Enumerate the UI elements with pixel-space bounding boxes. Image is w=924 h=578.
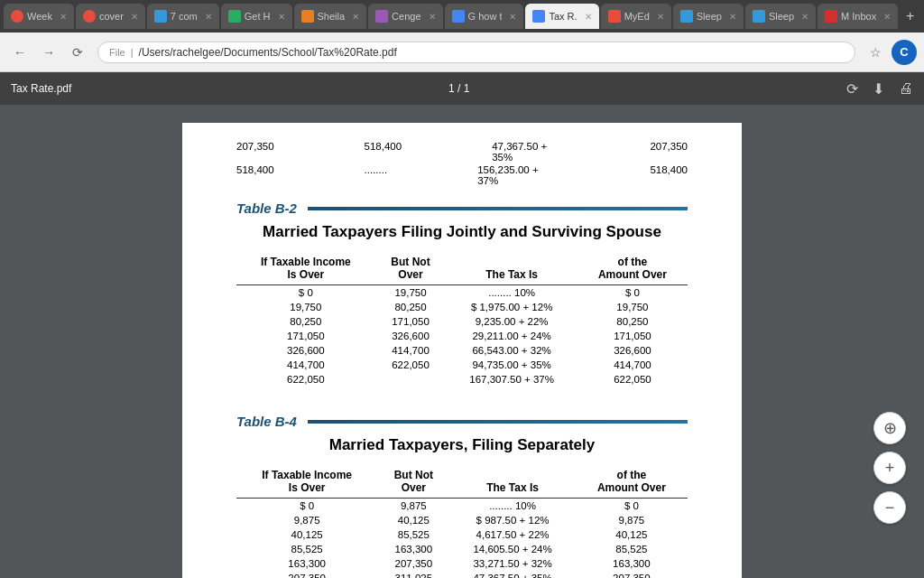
b4-amount-1: 9,875 [576, 513, 688, 527]
b2-butnot-4: 414,700 [375, 343, 447, 358]
tab-label-cover: cover [99, 11, 124, 22]
top-r2-c2: ........ [365, 164, 388, 186]
tab-favicon-howto [452, 10, 465, 23]
b2-butnot-2: 171,050 [375, 314, 447, 329]
table-row: 85,525 163,300 14,605.50 + 24% 85,525 [236, 542, 688, 556]
tab-favicon-sleep2 [753, 10, 765, 23]
table-b2-divider [308, 207, 688, 210]
tab-label-sleep1: Sleep [697, 11, 722, 22]
table-b2-header-income: If Taxable Income Is Over [236, 252, 375, 285]
table-b2-section: Table B-2 Married Taxpayers Filing Joint… [236, 200, 688, 387]
b4-income-0: $ 0 [236, 499, 377, 514]
tab-label-cenge: Cenge [392, 11, 420, 22]
url-bar[interactable]: File | /Users/rachelgee/Documents/School… [97, 42, 855, 63]
b2-amount-3: 171,050 [578, 329, 688, 343]
top-row-1: 207,350 518,400 47,367.50 + 35% 207,350 [236, 141, 688, 163]
tab-close-myed[interactable]: ✕ [657, 12, 664, 22]
tab-taxrate[interactable]: Tax R. ✕ [525, 4, 598, 29]
b4-butnot-5: 311,025 [377, 571, 449, 578]
browser-actions: ☆ C [863, 40, 917, 65]
b2-tax-1: $ 1,975.00 + 12% [446, 300, 578, 314]
b4-tax-1: $ 987.50 + 12% [449, 513, 575, 527]
b2-butnot-1: 80,250 [375, 300, 447, 314]
tab-close-geth[interactable]: ✕ [278, 12, 285, 22]
tab-bar: Week ✕ cover ✕ 7 com ✕ Get H ✕ Sheila ✕ … [0, 0, 924, 33]
b2-amount-5: 414,700 [578, 358, 688, 372]
b4-tax-4: 33,271.50 + 32% [449, 556, 575, 571]
table-row: 326,600 414,700 66,543.00 + 32% 326,600 [236, 343, 688, 358]
tab-close-inbox[interactable]: ✕ [883, 12, 891, 22]
table-row: 19,750 80,250 $ 1,975.00 + 12% 19,750 [236, 300, 688, 314]
tab-close-sheila[interactable]: ✕ [352, 12, 359, 22]
tab-inbox[interactable]: M Inbox ✕ [818, 4, 898, 29]
back-button[interactable]: ← [7, 40, 32, 65]
table-b2-header-amount: of the Amount Over [578, 252, 688, 285]
tab-close-sleep1[interactable]: ✕ [729, 12, 736, 22]
tab-favicon-inbox [825, 10, 837, 23]
tab-sleep1[interactable]: Sleep ✕ [673, 4, 744, 29]
top-partial-table: 207,350 518,400 47,367.50 + 35% 207,350 … [236, 141, 688, 186]
tab-close-cover[interactable]: ✕ [131, 12, 138, 22]
table-b4-header-row: Table B-4 [236, 414, 688, 429]
tab-close-week[interactable]: ✕ [60, 12, 67, 22]
top-r2-c1: 518,400 [236, 164, 274, 186]
table-row: 80,250 171,050 9,235.00 + 22% 80,250 [236, 314, 688, 329]
tab-sheila[interactable]: Sheila ✕ [294, 4, 367, 29]
tab-close-sleep2[interactable]: ✕ [801, 12, 808, 22]
tab-label-howto: G how t [468, 11, 503, 22]
forward-button[interactable]: → [36, 40, 61, 65]
tab-label-sheila: Sheila [318, 11, 346, 22]
table-b4-section: Table B-4 Married Taxpayers, Filing Sepa… [236, 414, 688, 578]
table-row: 171,050 326,600 29,211.00 + 24% 171,050 [236, 329, 688, 343]
top-r1-c3: 47,367.50 + 35% [492, 141, 559, 163]
tab-week[interactable]: Week ✕ [4, 4, 74, 29]
tab-favicon-sheila [301, 10, 314, 23]
bookmark-button[interactable]: ☆ [863, 40, 888, 65]
table-row: $ 0 19,750 ........ 10% $ 0 [236, 285, 688, 301]
table-b2-title: Married Taxpayers Filing Jointly and Sur… [236, 223, 688, 241]
top-r1-c1: 207,350 [236, 141, 274, 163]
table-b4-title: Married Taxpayers, Filing Separately [236, 436, 688, 454]
b4-amount-3: 85,525 [576, 542, 688, 556]
tab-howto[interactable]: G how t ✕ [445, 4, 524, 29]
zoom-expand-button[interactable]: ⊕ [873, 412, 906, 444]
url-file-label: File [109, 47, 125, 58]
pdf-actions: ⟳ ⬇ 🖨 [846, 80, 913, 98]
refresh-button[interactable]: ⟳ [65, 40, 90, 65]
b2-tax-3: 29,211.00 + 24% [446, 329, 578, 343]
zoom-out-button[interactable]: − [873, 491, 906, 524]
tab-add-button[interactable]: + [900, 4, 920, 29]
table-b4: If Taxable Income Is Over But Not Over T… [236, 465, 688, 578]
b4-income-1: 9,875 [236, 513, 377, 527]
tab-cenge[interactable]: Cenge ✕ [368, 4, 442, 29]
table-row: $ 0 9,875 ........ 10% $ 0 [236, 499, 688, 514]
print-icon[interactable]: 🖨 [899, 80, 913, 98]
tab-7com[interactable]: 7 com ✕ [147, 4, 219, 29]
tab-close-taxrate[interactable]: ✕ [585, 12, 592, 22]
profile-button[interactable]: C [892, 40, 917, 65]
tab-sleep2[interactable]: Sleep ✕ [745, 4, 816, 29]
rotate-icon[interactable]: ⟳ [846, 80, 858, 98]
top-r1-c4: 207,350 [650, 141, 688, 163]
b2-income-1: 19,750 [236, 300, 375, 314]
b2-butnot-6 [375, 372, 447, 387]
b2-amount-1: 19,750 [578, 300, 688, 314]
tab-favicon-taxrate [532, 10, 545, 23]
b2-tax-6: 167,307.50 + 37% [446, 372, 578, 387]
b4-butnot-2: 85,525 [377, 527, 449, 542]
b4-income-5: 207,350 [236, 571, 377, 578]
tab-myed[interactable]: MyEd ✕ [601, 4, 671, 29]
tab-label-geth: Get H [245, 11, 271, 22]
tab-close-7com[interactable]: ✕ [205, 12, 212, 22]
tab-favicon-cenge [375, 10, 388, 23]
pdf-page: 207,350 518,400 47,367.50 + 35% 207,350 … [182, 123, 742, 578]
tab-cover[interactable]: cover ✕ [76, 4, 145, 29]
top-row-2: 518,400 ........ 156,235.00 + 37% 518,40… [236, 164, 688, 186]
tab-close-howto[interactable]: ✕ [509, 12, 516, 22]
download-icon[interactable]: ⬇ [873, 80, 884, 98]
tab-geth[interactable]: Get H ✕ [221, 4, 292, 29]
zoom-in-button[interactable]: + [873, 452, 906, 484]
b2-income-2: 80,250 [236, 314, 375, 329]
tab-close-cenge[interactable]: ✕ [429, 12, 436, 22]
b4-amount-4: 163,300 [576, 556, 688, 571]
